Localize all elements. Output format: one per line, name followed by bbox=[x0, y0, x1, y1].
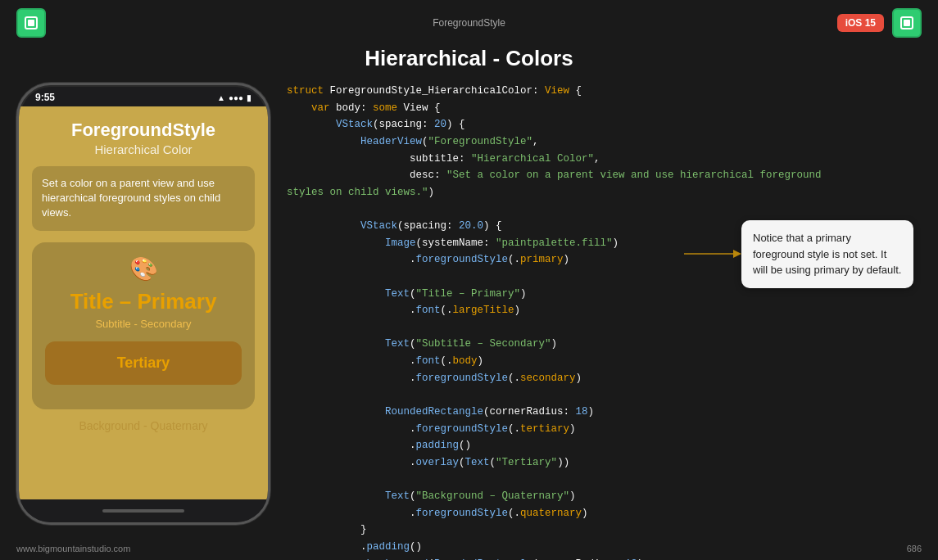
left-icon-button[interactable] bbox=[16, 8, 46, 38]
wifi-icon: ▲ bbox=[217, 93, 225, 102]
phone-status-icons: ▲ ●●● ▮ bbox=[217, 93, 251, 102]
ios-badge[interactable]: iOS 15 bbox=[837, 14, 884, 32]
code-block: struct ForegroundStyle_HierarchicalColor… bbox=[287, 83, 922, 560]
phone-tertiary-button: Tertiary bbox=[45, 341, 242, 385]
footer: www.bigmountainstudio.com 686 bbox=[0, 544, 938, 553]
callout-primary-text: Notice that a primary foreground style i… bbox=[753, 232, 901, 276]
phone-home-indicator bbox=[102, 509, 184, 513]
phone-time: 9:55 bbox=[35, 92, 55, 103]
footer-link[interactable]: www.bigmountainstudio.com bbox=[16, 544, 130, 553]
phone-subtitle-secondary: Subtitle - Secondary bbox=[45, 318, 242, 330]
callout-primary-notice: Notice that a primary foreground style i… bbox=[741, 220, 913, 288]
palette-icon: 🎨 bbox=[45, 255, 242, 282]
code-area: struct ForegroundStyle_HierarchicalColor… bbox=[287, 83, 922, 560]
phone-content: ForegroundStyle Hierarchical Color Set a… bbox=[19, 106, 268, 499]
footer-page: 686 bbox=[907, 544, 922, 553]
app-top-label: ForegroundStyle bbox=[433, 17, 505, 29]
phone-app-title: ForegroundStyle bbox=[32, 120, 255, 141]
phone-mockup: 9:55 ▲ ●●● ▮ ForegroundStyle Hierarchica… bbox=[16, 83, 270, 525]
top-bar: ForegroundStyle iOS 15 bbox=[0, 0, 938, 46]
page-title: Hierarchical - Colors bbox=[0, 46, 938, 83]
battery-icon: ▮ bbox=[247, 93, 251, 102]
svg-rect-3 bbox=[904, 20, 910, 26]
phone-quaternary-text: Background - Quaternary bbox=[32, 419, 255, 432]
svg-marker-5 bbox=[733, 250, 741, 258]
main-layout: 9:55 ▲ ●●● ▮ ForegroundStyle Hierarchica… bbox=[0, 83, 938, 560]
phone-header: ForegroundStyle Hierarchical Color bbox=[32, 120, 255, 156]
phone-status-bar: 9:55 ▲ ●●● ▮ bbox=[19, 85, 268, 106]
svg-rect-1 bbox=[28, 20, 34, 26]
phone-title-primary: Title – Primary bbox=[45, 289, 242, 314]
phone-app-subtitle: Hierarchical Color bbox=[32, 142, 255, 156]
phone-description: Set a color on a parent view and use hie… bbox=[32, 166, 255, 231]
phone-bottom-bar bbox=[19, 499, 268, 522]
ios-badge-label: iOS 15 bbox=[845, 17, 876, 29]
right-icon-button[interactable] bbox=[892, 8, 922, 38]
phone-card: 🎨 Title – Primary Subtitle - Secondary T… bbox=[32, 242, 255, 409]
phone-container: 9:55 ▲ ●●● ▮ ForegroundStyle Hierarchica… bbox=[16, 83, 270, 560]
signal-icon: ●●● bbox=[229, 93, 243, 102]
